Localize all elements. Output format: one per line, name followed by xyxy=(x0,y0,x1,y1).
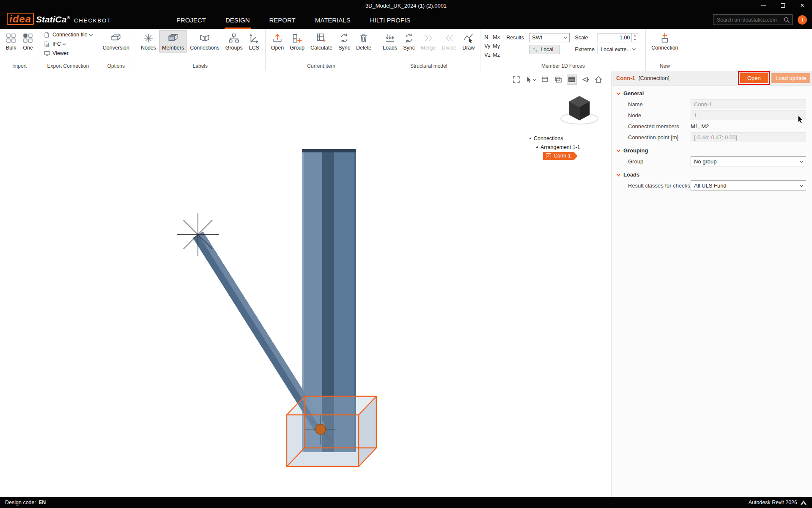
connections-button[interactable]: Connections xyxy=(187,30,222,52)
properties-panel: Conn-1 [Connection] Open Load update Gen… xyxy=(612,71,812,497)
ifc-button[interactable]: IFC xyxy=(42,39,94,49)
lcs-button[interactable]: LCS xyxy=(246,30,262,52)
group-item-button[interactable]: Group xyxy=(287,30,307,52)
info-button[interactable]: i xyxy=(798,15,807,25)
ribbon-group-current-item: Open Group Calculate Sync Delete Current… xyxy=(266,29,377,71)
statica-logo: StatiCa® xyxy=(36,14,70,25)
maximize-button[interactable] xyxy=(773,0,793,11)
connection-file-button[interactable]: Connection file xyxy=(42,30,94,39)
load-update-button[interactable]: Load update xyxy=(771,73,810,83)
viewport-toolbar xyxy=(512,75,603,85)
divide-icon xyxy=(444,33,455,44)
search-icon[interactable] xyxy=(784,17,790,23)
cursor-icon xyxy=(526,76,532,83)
scale-input[interactable] xyxy=(598,33,631,42)
view-cone-button[interactable] xyxy=(581,75,590,84)
tree-item-arrangement[interactable]: Arrangement 1-1 xyxy=(529,143,601,152)
force-vz-toggle[interactable]: Vz xyxy=(484,52,493,58)
tab-project[interactable]: PROJECT xyxy=(176,13,207,29)
new-connection-icon xyxy=(659,33,670,44)
force-mx-toggle[interactable]: Mx xyxy=(493,34,503,40)
section-collapse-icon[interactable] xyxy=(617,172,621,176)
local-toggle-button[interactable]: Local xyxy=(529,45,560,54)
general-section-header[interactable]: General xyxy=(612,86,812,99)
section-collapse-icon[interactable] xyxy=(617,148,621,152)
view-solid-icon xyxy=(568,76,576,83)
sync-model-button[interactable]: Sync xyxy=(401,30,417,52)
conn-1-selected-banner[interactable]: ✓ Conn-1 xyxy=(543,152,578,160)
model-viewport[interactable]: Connections Arrangement 1-1 ✓ Conn-1 xyxy=(0,71,612,497)
draw-icon xyxy=(463,33,475,44)
name-field xyxy=(691,99,806,109)
section-collapse-icon[interactable] xyxy=(617,91,621,95)
loads-section-header[interactable]: Loads xyxy=(612,167,812,180)
sync-item-button[interactable]: Sync xyxy=(336,30,353,52)
selected-connection-box xyxy=(287,396,376,467)
result-classes-row: Result classes for checks All ULS Fund xyxy=(612,180,812,191)
member-forces-caption: Member 1D Forces xyxy=(483,62,642,71)
viewer-icon xyxy=(44,50,50,57)
one-import-icon xyxy=(22,33,33,44)
structural-model-3d-scene[interactable] xyxy=(0,71,612,497)
loads-button[interactable]: Loads xyxy=(380,30,400,52)
draw-button[interactable]: Draw xyxy=(460,30,477,52)
search-box[interactable] xyxy=(713,14,793,25)
view-window-3-button[interactable] xyxy=(567,75,577,85)
members-button[interactable]: Members xyxy=(159,30,187,52)
bulk-import-icon xyxy=(5,33,16,44)
conversion-button[interactable]: Conversion xyxy=(100,30,132,52)
extreme-dropdown[interactable]: Local extre... xyxy=(598,45,638,54)
close-button[interactable]: × xyxy=(793,0,812,11)
tab-materials[interactable]: MATERIALS xyxy=(314,13,351,29)
tab-report[interactable]: REPORT xyxy=(269,13,296,29)
open-connection-button[interactable]: Open xyxy=(740,73,768,83)
divide-button: Divide xyxy=(439,30,459,52)
spin-down-icon[interactable]: ▼ xyxy=(632,38,638,42)
new-connection-button[interactable]: Connection xyxy=(649,30,680,52)
nav-cube xyxy=(561,96,598,124)
tree-item-conn-1[interactable]: ✓ Conn-1 xyxy=(529,152,601,160)
scale-spinner[interactable]: ▲ ▼ xyxy=(631,33,638,42)
home-view-button[interactable] xyxy=(594,75,603,84)
tab-design[interactable]: DESIGN xyxy=(225,13,251,29)
results-label: Results xyxy=(506,35,527,41)
calculate-icon xyxy=(316,33,327,44)
connection-point-field xyxy=(691,132,806,142)
delete-button[interactable]: Delete xyxy=(354,30,374,52)
result-classes-dropdown[interactable]: All ULS Fund xyxy=(691,180,806,190)
force-component-toggles: N Mx Vy My Vz Mz xyxy=(484,33,503,59)
view-window-2-button[interactable] xyxy=(554,75,563,84)
open-item-icon xyxy=(272,33,283,44)
minimize-icon xyxy=(761,6,766,6)
force-my-toggle[interactable]: My xyxy=(493,43,503,49)
open-item-button[interactable]: Open xyxy=(269,30,287,52)
tree-item-connections[interactable]: Connections xyxy=(529,134,601,143)
current-item-caption: Current item xyxy=(269,62,374,71)
spin-up-icon[interactable]: ▲ xyxy=(632,33,638,38)
mouse-cursor xyxy=(797,115,805,124)
force-n-toggle[interactable]: N xyxy=(484,34,493,40)
force-mz-toggle[interactable]: Mz xyxy=(493,52,503,58)
force-vy-toggle[interactable]: Vy xyxy=(484,43,493,49)
search-input[interactable] xyxy=(716,17,784,23)
groups-button[interactable]: Groups xyxy=(223,30,245,52)
title-and-menu-bar: 3D_Model_UK_2024 (1) (2).0001 × idea Sta… xyxy=(0,0,812,29)
select-mode-button[interactable] xyxy=(525,75,537,84)
results-dropdown[interactable]: SWt xyxy=(529,33,570,42)
viewer-button[interactable]: Viewer xyxy=(42,49,94,58)
local-axes-icon xyxy=(533,47,538,52)
calculate-button[interactable]: Calculate xyxy=(308,30,335,52)
tree-expander-icon[interactable] xyxy=(529,137,531,139)
tab-hilti-profis[interactable]: HILTI PROFIS xyxy=(369,13,411,29)
one-button[interactable]: One xyxy=(20,30,36,52)
nodes-button[interactable]: Nodes xyxy=(138,30,159,52)
checked-icon: ✓ xyxy=(546,153,551,158)
group-dropdown[interactable]: No group xyxy=(691,156,806,166)
view-window-1-button[interactable] xyxy=(540,75,550,84)
connection-point-row: Connection point [m] xyxy=(612,132,812,143)
minimize-button[interactable] xyxy=(754,0,773,11)
tree-expander-icon[interactable] xyxy=(535,146,538,148)
grouping-section-header[interactable]: Grouping xyxy=(612,143,812,156)
bulk-button[interactable]: Bulk xyxy=(3,30,19,52)
zoom-fit-button[interactable] xyxy=(512,75,521,84)
